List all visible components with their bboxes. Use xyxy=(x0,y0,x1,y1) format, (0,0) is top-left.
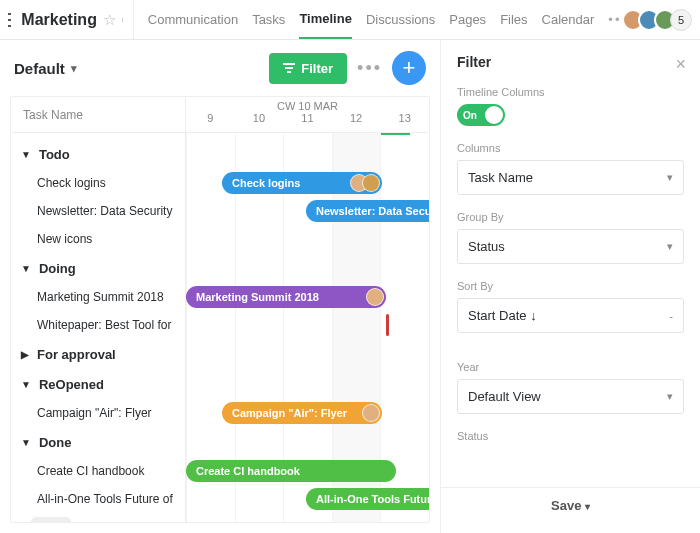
caret-down-icon: ▼ xyxy=(21,437,31,448)
chevron-down-icon: ▾ xyxy=(71,62,77,75)
caret-right-icon: ▶ xyxy=(21,349,29,360)
task-row[interactable]: Create CI handbook xyxy=(11,457,185,485)
group-row[interactable]: ▼Doing xyxy=(11,253,185,283)
tab-calendar[interactable]: Calendar xyxy=(542,0,595,39)
task-row[interactable]: New icons xyxy=(11,225,185,253)
task-row[interactable]: All-in-One Tools Future of xyxy=(11,485,185,513)
gantt-bar[interactable]: All-in-One Tools Future xyxy=(306,488,429,510)
tab-tasks[interactable]: Tasks xyxy=(252,0,285,39)
filter-button-label: Filter xyxy=(301,61,333,76)
filter-button[interactable]: Filter xyxy=(269,53,347,84)
group-row[interactable]: ▶For approval xyxy=(11,339,185,369)
task-row[interactable]: Whitepaper: Best Tool for xyxy=(11,311,185,339)
panel-title: Filter xyxy=(457,54,684,70)
label-status: Status xyxy=(457,430,684,442)
tab-discussions[interactable]: Discussions xyxy=(366,0,435,39)
gantt-bar[interactable]: Check logins xyxy=(222,172,382,194)
status-dot xyxy=(122,17,123,23)
tab-files[interactable]: Files xyxy=(500,0,527,39)
close-icon[interactable]: × xyxy=(675,54,686,75)
group-label: Todo xyxy=(39,147,70,162)
task-col-header: Task Name xyxy=(11,97,185,133)
add-button[interactable]: + xyxy=(392,51,426,85)
chevron-down-icon: ▾ xyxy=(667,390,673,403)
select-sortby[interactable]: Start Date ↓- xyxy=(457,298,684,333)
caret-down-icon: ▼ xyxy=(21,263,31,274)
label-sortby: Sort By xyxy=(457,280,684,292)
day-header: 11 xyxy=(283,112,332,129)
caret-down-icon: ▼ xyxy=(21,149,31,160)
day-header: 13 xyxy=(380,112,429,129)
more-icon[interactable]: ••• xyxy=(357,58,382,79)
group-label: Doing xyxy=(39,261,76,276)
day-header: 9 xyxy=(186,112,235,129)
avatar-count: 5 xyxy=(670,9,692,31)
label-timeline-columns: Timeline Columns xyxy=(457,86,684,98)
project-title: Marketing xyxy=(21,11,97,29)
select-groupby[interactable]: Status▾ xyxy=(457,229,684,264)
chevron-down-icon: ▾ xyxy=(667,240,673,253)
task-row[interactable]: Check logins xyxy=(11,169,185,197)
view-select-label: Default xyxy=(14,60,65,77)
gantt-bar[interactable]: Marketing Summit 2018 xyxy=(186,286,386,308)
group-row[interactable]: ▼ReOpened xyxy=(11,369,185,399)
day-header: 10 xyxy=(235,112,284,129)
sort-indicator: - xyxy=(669,310,673,322)
chevron-down-icon: ▾ xyxy=(667,171,673,184)
view-select[interactable]: Default ▾ xyxy=(14,60,77,77)
label-columns: Columns xyxy=(457,142,684,154)
tab-communication[interactable]: Communication xyxy=(148,0,238,39)
group-label: Done xyxy=(39,435,72,450)
day-header: 12 xyxy=(332,112,381,129)
group-row[interactable]: ▼Done xyxy=(11,427,185,457)
save-button[interactable]: Save ▾ xyxy=(441,487,700,519)
task-row[interactable]: Newsletter: Data Security xyxy=(11,197,185,225)
select-columns[interactable]: Task Name▾ xyxy=(457,160,684,195)
group-label: ReOpened xyxy=(39,377,104,392)
chevron-down-icon: ▾ xyxy=(585,501,590,512)
group-label: For approval xyxy=(37,347,116,362)
tab-timeline[interactable]: Timeline xyxy=(299,0,352,39)
hamburger-icon[interactable] xyxy=(8,9,11,31)
group-row[interactable]: ▼Todo xyxy=(11,139,185,169)
tab-pages[interactable]: Pages xyxy=(449,0,486,39)
caret-down-icon: ▼ xyxy=(21,379,31,390)
scrollbar-horizontal[interactable] xyxy=(31,517,71,522)
gantt-bar[interactable]: Create CI handbook xyxy=(186,460,396,482)
filter-icon xyxy=(283,63,295,73)
task-row[interactable]: Campaign "Air": Flyer xyxy=(11,399,185,427)
toggle-timeline-columns[interactable]: On xyxy=(457,104,505,126)
select-year[interactable]: Default View▾ xyxy=(457,379,684,414)
star-icon[interactable]: ☆ xyxy=(103,11,116,29)
task-row[interactable]: Marketing Summit 2018 xyxy=(11,283,185,311)
label-groupby: Group By xyxy=(457,211,684,223)
member-avatars[interactable]: 5 xyxy=(628,9,692,31)
gantt-bar[interactable]: Newsletter: Data Security xyxy=(306,200,429,222)
nav-tabs: Communication Tasks Timeline Discussions… xyxy=(133,0,628,39)
gantt-bar[interactable]: Campaign "Air": Flyer xyxy=(222,402,382,424)
week-label: CW 10 MAR xyxy=(186,97,429,112)
label-year: Year xyxy=(457,361,684,373)
